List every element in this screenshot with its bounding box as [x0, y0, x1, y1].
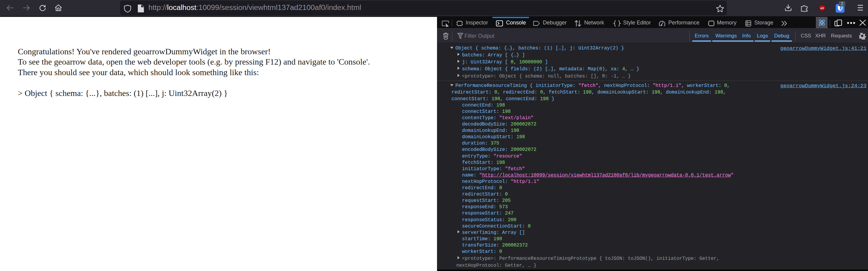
svg-text:uO: uO: [820, 7, 824, 10]
